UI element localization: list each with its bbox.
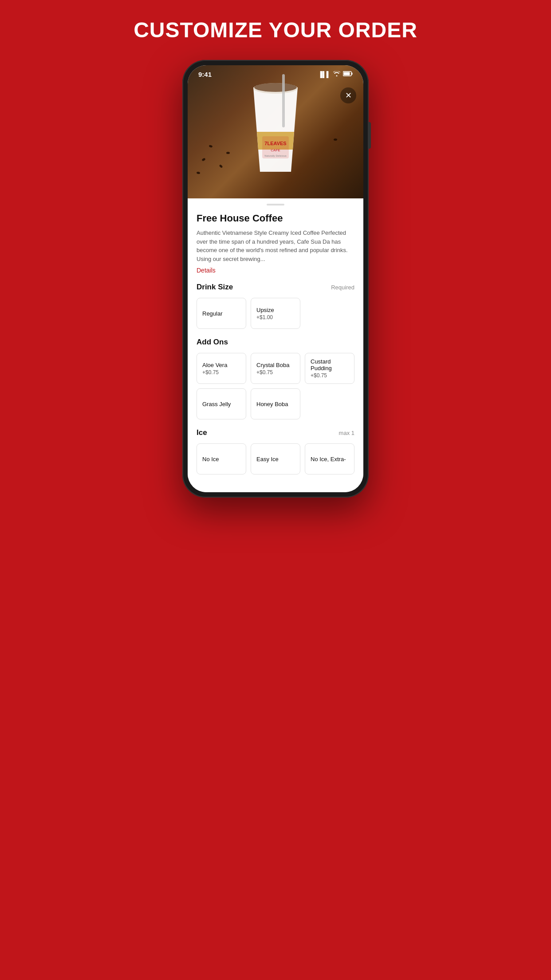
ice-no-ice[interactable]: No Ice: [197, 443, 246, 474]
status-icons: ▐▌▌: [318, 71, 353, 78]
bean-decoration: [334, 138, 337, 141]
ice-options: No Ice Easy Ice No Ice, Extra-: [197, 443, 354, 474]
ice-title: Ice: [197, 428, 207, 437]
product-description: Authentic Vietnamese Style Creamy Iced C…: [197, 229, 354, 263]
close-button[interactable]: ✕: [340, 87, 356, 103]
drink-size-title: Drink Size: [197, 283, 233, 292]
hero-image: 9:41 ▐▌▌: [188, 65, 363, 198]
ice-no-ice-extra[interactable]: No Ice, Extra-: [305, 443, 354, 474]
status-time: 9:41: [198, 71, 212, 78]
product-title: Free House Coffee: [197, 213, 354, 224]
size-regular[interactable]: Regular: [197, 298, 246, 329]
add-ons-options: Aloe Vera +$0.75 Crystal Boba +$0.75 Cus…: [197, 353, 354, 419]
ice-badge: max 1: [339, 430, 354, 436]
battery-icon: [343, 71, 353, 78]
bean-decoration: [196, 171, 200, 174]
size-empty: [305, 298, 354, 329]
page-title: CUSTOMIZE YOUR ORDER: [134, 18, 417, 42]
svg-text:Naturally Delicious: Naturally Delicious: [264, 154, 287, 157]
drink-size-section: Drink Size Required Regular Upsize +$1.0…: [197, 283, 354, 329]
bean-decoration: [226, 152, 230, 154]
wifi-icon: [333, 71, 340, 78]
add-ons-header: Add Ons: [197, 338, 354, 347]
svg-marker-3: [253, 87, 298, 172]
bean-decoration: [219, 164, 223, 168]
add-ons-title: Add Ons: [197, 338, 228, 347]
drink-size-badge: Required: [331, 284, 354, 291]
bean-decoration: [201, 158, 205, 161]
addon-empty: [305, 388, 354, 419]
add-ons-section: Add Ons Aloe Vera +$0.75 Crystal Boba +$…: [197, 338, 354, 419]
signal-icon: ▐▌▌: [318, 71, 331, 78]
svg-text:7LEAVES: 7LEAVES: [264, 141, 286, 146]
addon-aloe-vera[interactable]: Aloe Vera +$0.75: [197, 353, 246, 384]
addon-crystal-boba[interactable]: Crystal Boba +$0.75: [251, 353, 300, 384]
ice-header: Ice max 1: [197, 428, 354, 437]
svg-rect-1: [352, 73, 353, 75]
addon-honey-boba[interactable]: Honey Boba: [251, 388, 300, 419]
svg-text:CAFE: CAFE: [271, 148, 280, 152]
svg-point-5: [254, 83, 297, 92]
content-sheet: Free House Coffee Authentic Vietnamese S…: [188, 198, 363, 492]
addon-custard-pudding[interactable]: Custard Pudding +$0.75: [305, 353, 354, 384]
details-link[interactable]: Details: [197, 267, 354, 274]
phone-shell: 9:41 ▐▌▌: [182, 60, 369, 498]
svg-rect-2: [344, 72, 350, 75]
size-upsize[interactable]: Upsize +$1.00: [251, 298, 300, 329]
status-bar: 9:41 ▐▌▌: [188, 65, 363, 82]
svg-rect-11: [282, 74, 285, 127]
drink-size-header: Drink Size Required: [197, 283, 354, 292]
bean-decoration: [209, 145, 213, 148]
drag-handle: [267, 204, 284, 205]
addon-grass-jelly[interactable]: Grass Jelly: [197, 388, 246, 419]
drink-size-options: Regular Upsize +$1.00: [197, 298, 354, 329]
coffee-cup-svg: 7LEAVES CAFE Naturally Delicious: [240, 74, 311, 181]
ice-easy[interactable]: Easy Ice: [251, 443, 300, 474]
ice-section: Ice max 1 No Ice Easy Ice No Ice, Extra-: [197, 428, 354, 474]
phone-screen: 9:41 ▐▌▌: [188, 65, 363, 492]
